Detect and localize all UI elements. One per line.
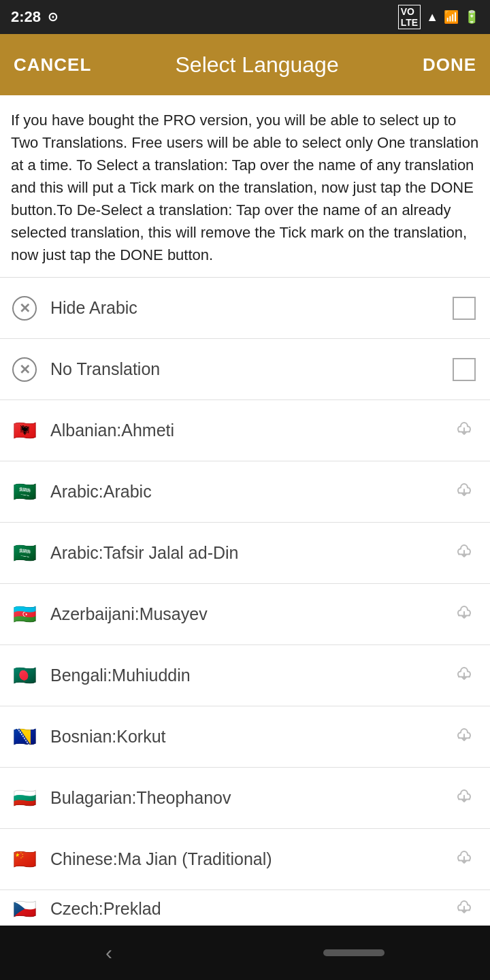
item-label-no-translation: No Translation: [50, 359, 449, 379]
done-button[interactable]: DONE: [423, 54, 476, 76]
item-label-chinese-ma-jian: Chinese:Ma Jian (Traditional): [50, 849, 449, 869]
flag-icon: 🇧🇩: [11, 662, 38, 689]
cancel-button[interactable]: CANCEL: [14, 54, 91, 76]
status-bar: 2:28 ⊙ VOLTE ▲ 📶 🔋: [0, 0, 490, 34]
home-indicator[interactable]: [323, 949, 385, 956]
flag-icon: 🇧🇬: [11, 785, 38, 812]
back-button[interactable]: ‹: [105, 941, 112, 964]
bottom-nav: ‹: [0, 926, 490, 980]
vo-lte-icon: VOLTE: [398, 5, 421, 29]
cloud-download-icon[interactable]: [453, 541, 475, 565]
item-label-azerbaijani-musayev: Azerbaijani:Musayev: [50, 604, 449, 624]
flag-icon: 🇦🇿: [11, 601, 38, 628]
battery-icon: 🔋: [464, 10, 479, 24]
checkbox-no-translation[interactable]: [453, 358, 476, 381]
cloud-download-icon[interactable]: [453, 847, 475, 871]
status-right: VOLTE ▲ 📶 🔋: [398, 5, 479, 29]
flag-icon: 🇨🇳: [11, 846, 38, 873]
language-list: ✕Hide Arabic✕No Translation🇦🇱Albanian:Ah…: [0, 278, 490, 928]
item-label-bosnian-korkut: Bosnian:Korkut: [50, 727, 449, 747]
list-item-chinese-ma-jian[interactable]: 🇨🇳Chinese:Ma Jian (Traditional): [0, 829, 490, 890]
list-item-czech-preklad[interactable]: 🇨🇿Czech:Preklad: [0, 890, 490, 928]
cloud-download-icon[interactable]: [453, 419, 475, 442]
time: 2:28: [11, 8, 41, 26]
page-title: Select Language: [91, 52, 423, 78]
info-text: If you have bought the PRO version, you …: [0, 95, 490, 278]
wifi-icon: ▲: [426, 10, 438, 24]
list-item-bengali-muhiuddin[interactable]: 🇧🇩Bengali:Muhiuddin: [0, 645, 490, 706]
cloud-download-icon[interactable]: [453, 480, 475, 504]
item-label-hide-arabic: Hide Arabic: [50, 298, 449, 318]
list-item-azerbaijani-musayev[interactable]: 🇦🇿Azerbaijani:Musayev: [0, 584, 490, 645]
list-item-hide-arabic[interactable]: ✕Hide Arabic: [0, 278, 490, 339]
flag-icon: 🇸🇦: [11, 478, 38, 506]
flag-icon: 🇦🇱: [11, 417, 38, 444]
cloud-download-icon[interactable]: [453, 725, 475, 749]
item-label-bengali-muhiuddin: Bengali:Muhiuddin: [50, 666, 449, 685]
x-circle-icon: ✕: [11, 295, 38, 322]
cloud-download-icon[interactable]: [453, 786, 475, 810]
signal-icon: 📶: [444, 10, 459, 24]
flag-icon: 🇸🇦: [11, 540, 38, 567]
item-label-bulgarian-theophanov: Bulagarian:Theophanov: [50, 788, 449, 808]
flag-icon: 🇨🇿: [11, 895, 38, 922]
list-item-bosnian-korkut[interactable]: 🇧🇦Bosnian:Korkut: [0, 706, 490, 768]
checkbox-hide-arabic[interactable]: [453, 297, 476, 320]
list-item-bulgarian-theophanov[interactable]: 🇧🇬Bulagarian:Theophanov: [0, 768, 490, 829]
flag-icon: 🇧🇦: [11, 723, 38, 751]
x-circle-icon: ✕: [11, 356, 38, 383]
list-item-albanian-ahmeti[interactable]: 🇦🇱Albanian:Ahmeti: [0, 400, 490, 461]
status-left: 2:28 ⊙: [11, 8, 58, 26]
list-item-no-translation[interactable]: ✕No Translation: [0, 339, 490, 400]
list-item-arabic-tafsir[interactable]: 🇸🇦Arabic:Tafsir Jalal ad-Din: [0, 523, 490, 584]
item-label-arabic-arabic: Arabic:Arabic: [50, 482, 449, 502]
cloud-download-icon[interactable]: [453, 602, 475, 626]
header: CANCEL Select Language DONE: [0, 34, 490, 95]
item-label-arabic-tafsir: Arabic:Tafsir Jalal ad-Din: [50, 543, 449, 563]
item-label-albanian-ahmeti: Albanian:Ahmeti: [50, 421, 449, 440]
record-icon: ⊙: [48, 10, 58, 24]
cloud-download-icon[interactable]: [453, 664, 475, 687]
item-label-czech-preklad: Czech:Preklad: [50, 899, 449, 919]
cloud-download-icon[interactable]: [453, 897, 475, 921]
list-item-arabic-arabic[interactable]: 🇸🇦Arabic:Arabic: [0, 461, 490, 523]
